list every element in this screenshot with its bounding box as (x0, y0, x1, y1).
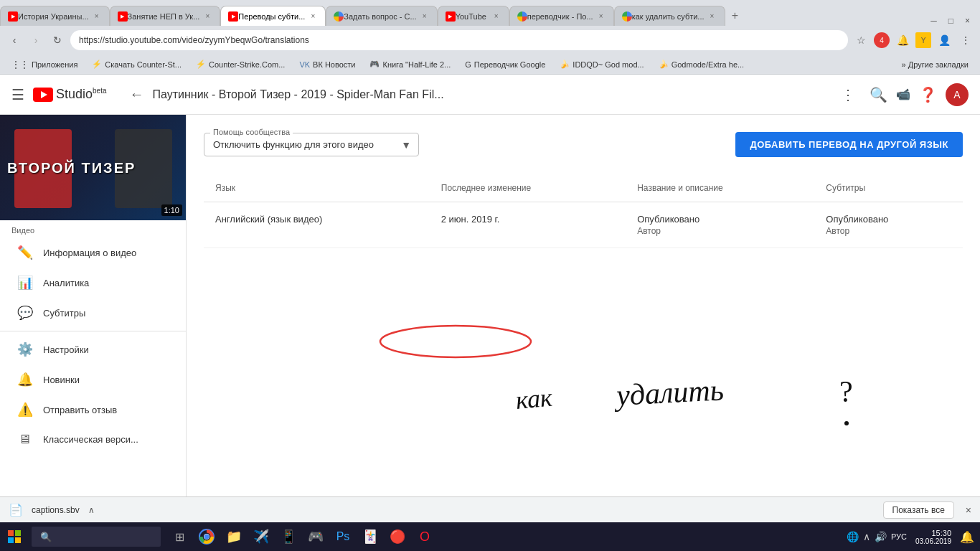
avatar[interactable]: A (946, 83, 969, 106)
video-camera-icon[interactable]: 📹 (896, 88, 910, 101)
tab-3[interactable]: Переводы субти... × (220, 6, 326, 26)
search-icon[interactable]: 🔍 (870, 86, 887, 103)
close-window-button[interactable]: × (961, 16, 974, 26)
tray-speaker-icon[interactable]: 🔊 (875, 531, 887, 542)
taskbar-icon-task-view[interactable]: ⊞ (166, 522, 192, 551)
bookmarks-more-button[interactable]: » Другие закладки (896, 59, 974, 70)
subtitles-author: Автор (826, 226, 951, 236)
bookmark-counter-st-1[interactable]: ⚡ Скачать Counter-St... (86, 58, 187, 70)
tray-time: 15:30 (915, 529, 951, 537)
bell-icon: 🔔 (17, 372, 32, 387)
col-header-title: Название и описание (626, 174, 814, 202)
title-author: Автор (637, 226, 803, 236)
minimize-button[interactable]: ─ (926, 16, 941, 26)
profile-icon[interactable]: 👤 (936, 32, 953, 49)
tab-5[interactable]: YouTube × (438, 6, 509, 26)
bookmark-godmode[interactable]: 🍌 Godmode/Extra he... (653, 58, 750, 70)
tray-network-icon[interactable]: 🌐 (847, 531, 859, 542)
tab-1-close[interactable]: × (92, 11, 102, 22)
notification-area-icon[interactable]: 🔔 (960, 530, 974, 544)
bookmark-halflife-label: Книга "Half-Life 2... (382, 60, 451, 69)
bookmark-halflife[interactable]: 🎮 Книга "Half-Life 2... (364, 58, 456, 70)
sidebar-menu-toggle[interactable]: ☰ (11, 86, 24, 103)
menu-icon[interactable]: ⋮ (957, 32, 974, 49)
community-select-wrapper[interactable]: Помощь сообщества Отключить функцию для … (204, 133, 419, 156)
bookmark-apps[interactable]: ⋮⋮ Приложения (6, 58, 83, 71)
tab-5-favicon (446, 11, 456, 22)
taskbar-icon-viber[interactable]: 📱 (275, 522, 301, 551)
bookmark-iddqd[interactable]: 🍌 IDDQD~ God mod... (554, 58, 649, 70)
show-all-downloads-button[interactable]: Показать все (883, 501, 954, 519)
taskbar-icon-app9[interactable]: 🔴 (385, 522, 410, 551)
tab-6[interactable]: переводчик - По... × (509, 6, 614, 26)
forward-button[interactable]: › (27, 32, 44, 49)
tab-2[interactable]: Занятие НЕП в Ук... × (110, 6, 221, 26)
back-button[interactable]: ‹ (6, 32, 23, 49)
bookmark-vk[interactable]: VK ВК Новости (293, 59, 361, 70)
search-bar[interactable]: 🔍 (32, 527, 161, 547)
tab-4-label: Задать вопрос - С... (344, 12, 416, 21)
add-translation-button[interactable]: ДОБАВИТЬ ПЕРЕВОД НА ДРУГОЙ ЯЗЫК (735, 132, 963, 157)
taskbar-icon-telegram[interactable]: ✈️ (248, 522, 274, 551)
video-duration: 1:10 (161, 204, 182, 216)
community-select-label: Помощь сообщества (210, 128, 293, 136)
start-button[interactable] (0, 522, 29, 551)
sidebar-item-info[interactable]: ✏️ Информация о видео (0, 237, 186, 268)
sidebar-item-subtitles[interactable]: 💬 Субтитры (0, 298, 186, 328)
svg-rect-10 (15, 537, 21, 543)
subtitles-status-cell: Опубликовано Автор (814, 202, 963, 248)
tab-4-close[interactable]: × (420, 11, 430, 22)
header-back-button[interactable]: ← (130, 86, 144, 103)
tab-7-close[interactable]: × (707, 11, 717, 22)
svg-text:?: ? (839, 375, 853, 408)
gear-icon: ⚙️ (17, 342, 32, 357)
subtitles-status-badge: Опубликовано (826, 214, 951, 225)
beta-label: beta (93, 87, 106, 95)
tab-3-close[interactable]: × (308, 11, 318, 22)
red-circle-annotation (377, 321, 534, 364)
tab-5-close[interactable]: × (491, 11, 501, 22)
reload-button[interactable]: ↻ (49, 32, 66, 49)
download-expand-icon[interactable]: ∧ (88, 505, 95, 515)
sidebar-item-feedback[interactable]: ⚠️ Отправить отзыв (0, 395, 186, 425)
extension-icon-1[interactable]: 4 (874, 32, 890, 48)
chevron-down-icon: ▼ (401, 139, 411, 151)
taskbar-icon-app6[interactable]: 🎮 (303, 522, 329, 551)
taskbar-icon-chrome[interactable] (194, 522, 220, 551)
sidebar-item-classic[interactable]: 🖥 Классическая верси... (0, 425, 186, 454)
taskbar-icon-file-manager[interactable]: 📁 (221, 522, 247, 551)
community-select-value: Отключить функцию для этого видео (213, 139, 374, 150)
sidebar-item-analytics[interactable]: 📊 Аналитика (0, 268, 186, 298)
new-tab-button[interactable]: + (725, 6, 745, 26)
download-file-icon: 📄 (9, 503, 23, 517)
tab-4[interactable]: Задать вопрос - С... × (326, 6, 437, 26)
tab-1[interactable]: История Украины... × (0, 6, 110, 26)
tab-bar: История Украины... × Занятие НЕП в Ук...… (0, 0, 980, 26)
tab-7-favicon (622, 11, 632, 22)
extension-icon-3[interactable]: Y (915, 32, 931, 48)
bookmark-star-icon[interactable]: ☆ (852, 32, 870, 49)
maximize-button[interactable]: □ (944, 16, 958, 26)
tray-lang-label[interactable]: РУС (891, 532, 907, 541)
help-icon[interactable]: ❓ (919, 86, 937, 103)
extension-icon-2[interactable]: 🔔 (894, 32, 911, 49)
tray-up-arrow-icon[interactable]: ∧ (863, 531, 870, 542)
sidebar-item-settings[interactable]: ⚙️ Настройки (0, 334, 186, 364)
tab-2-favicon (118, 11, 128, 22)
address-input[interactable] (70, 30, 848, 50)
download-filename: captions.sbv (32, 505, 80, 515)
bookmark-translate[interactable]: G Переводчик Google (459, 59, 551, 70)
more-options-icon[interactable]: ⋮ (841, 86, 855, 103)
taskbar-icon-app8[interactable]: 🃏 (357, 522, 383, 551)
tab-6-close[interactable]: × (596, 11, 606, 22)
sidebar-item-whats-new[interactable]: 🔔 Новинки (0, 364, 186, 395)
taskbar-icon-opera[interactable]: O (412, 522, 438, 551)
video-thumbnail: ВТОРОЙ ТИЗЕР 1:10 (0, 115, 187, 220)
tab-2-close[interactable]: × (202, 11, 212, 22)
bookmark-counter-st-2[interactable]: ⚡ Counter-Strike.Com... (190, 58, 291, 70)
tab-7[interactable]: как удалить субти... × (614, 6, 725, 26)
tray-date: 03.06.2019 (915, 537, 951, 545)
taskbar-icon-photoshop[interactable]: Ps (330, 522, 356, 551)
close-download-bar-icon[interactable]: × (966, 504, 971, 516)
apps-icon: ⋮⋮ (11, 60, 29, 70)
